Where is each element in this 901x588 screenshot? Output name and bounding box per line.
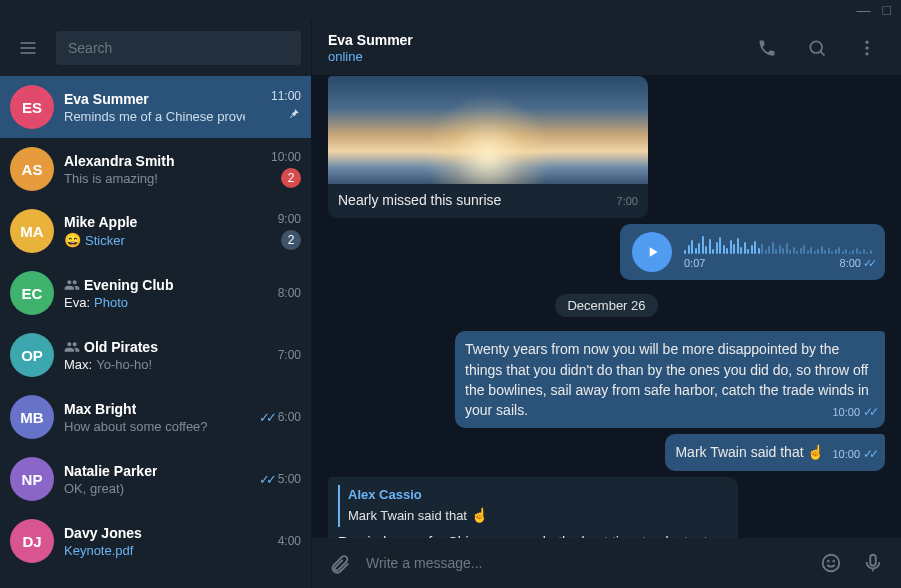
avatar: OP: [10, 333, 54, 377]
voice-waveform[interactable]: [684, 234, 873, 254]
message-time: 10:00: [832, 448, 860, 460]
photo-thumbnail[interactable]: [328, 76, 648, 184]
chat-time: 10:00: [271, 150, 301, 164]
chat-list-item[interactable]: NPNatalie ParkerOK, great)✓✓5:00: [0, 448, 311, 510]
chat-time: 7:00: [278, 348, 301, 362]
message-time: 10:00: [832, 406, 860, 418]
play-button[interactable]: [632, 232, 672, 272]
sidebar: ESEva SummerReminds me of a Chinese prov…: [0, 20, 312, 588]
avatar: DJ: [10, 519, 54, 563]
avatar: MA: [10, 209, 54, 253]
call-button[interactable]: [749, 30, 785, 66]
read-ticks-icon: ✓✓: [863, 405, 875, 419]
group-icon: [64, 277, 80, 293]
chat-title[interactable]: Eva Summer: [328, 32, 735, 48]
chat-list-item[interactable]: MAMike Apple😄Sticker9:002: [0, 200, 311, 262]
svg-point-8: [823, 555, 840, 572]
chat-name: Alexandra Smith: [64, 153, 174, 169]
chat-list-item[interactable]: OPOld PiratesMax: Yo-ho-ho!7:00: [0, 324, 311, 386]
chat-preview: 😄Sticker: [64, 232, 245, 248]
attach-button[interactable]: [324, 547, 356, 579]
reply-author: Alex Cassio: [348, 486, 728, 505]
emoji-button[interactable]: [815, 547, 847, 579]
pin-icon: [287, 107, 301, 125]
chat-name: Natalie Parker: [64, 463, 157, 479]
chat-preview: Max: Yo-ho-ho!: [64, 357, 245, 372]
titlebar: — □: [0, 0, 901, 20]
chat-list-item[interactable]: DJDavy JonesKeynote.pdf4:00: [0, 510, 311, 572]
pointing-up-icon: ☝️: [807, 444, 824, 460]
message-time: 7:00: [617, 194, 638, 210]
chat-preview: This is amazing!: [64, 171, 245, 186]
chat-time: 6:00: [278, 410, 301, 424]
chat-time: 11:00: [271, 89, 301, 103]
chat-list-item[interactable]: ECEvening ClubEva: Photo8:00: [0, 262, 311, 324]
reply-quote[interactable]: Alex Cassio Mark Twain said that ☝️: [338, 485, 728, 528]
chat-name: Mike Apple: [64, 214, 137, 230]
svg-point-9: [828, 561, 829, 562]
message-reply[interactable]: Alex Cassio Mark Twain said that ☝️ Remi…: [328, 477, 738, 538]
message-voice[interactable]: 0:07 8:00✓✓: [620, 224, 885, 280]
conversation-pane: Eva Summer online: [312, 20, 901, 588]
svg-point-10: [833, 561, 834, 562]
search-input[interactable]: [68, 40, 289, 56]
unread-badge: 2: [281, 168, 301, 188]
group-icon: [64, 339, 80, 355]
avatar: ES: [10, 85, 54, 129]
chat-time: 8:00: [278, 286, 301, 300]
message-text[interactable]: Twenty years from now you will be more d…: [455, 331, 885, 428]
search-in-chat-button[interactable]: [799, 30, 835, 66]
photo-caption-text: Nearly missed this sunrise: [338, 190, 501, 210]
chat-name: Old Pirates: [84, 339, 158, 355]
avatar: NP: [10, 457, 54, 501]
maximize-button[interactable]: □: [883, 2, 891, 18]
message-input[interactable]: [366, 555, 805, 571]
chat-list[interactable]: ESEva SummerReminds me of a Chinese prov…: [0, 76, 311, 588]
more-button[interactable]: [849, 30, 885, 66]
menu-button[interactable]: [10, 30, 46, 66]
chat-list-item[interactable]: MBMax BrightHow about some coffee?✓✓6:00: [0, 386, 311, 448]
chat-list-item[interactable]: ESEva SummerReminds me of a Chinese prov…: [0, 76, 311, 138]
avatar: AS: [10, 147, 54, 191]
chat-header: Eva Summer online: [312, 20, 901, 76]
chat-time: 5:00: [278, 472, 301, 486]
read-ticks-icon: ✓✓: [863, 447, 875, 461]
voice-record-button[interactable]: [857, 547, 889, 579]
chat-time: 4:00: [278, 534, 301, 548]
read-ticks-icon: ✓✓: [863, 257, 873, 269]
chat-preview: Eva: Photo: [64, 295, 245, 310]
message-text[interactable]: Mark Twain said that ☝️ 10:00✓✓: [665, 434, 885, 470]
chat-name: Evening Club: [84, 277, 173, 293]
chat-time: 9:00: [278, 212, 301, 226]
messages[interactable]: Nearly missed this sunrise 7:00: [312, 76, 901, 538]
avatar: EC: [10, 271, 54, 315]
search-box[interactable]: [56, 31, 301, 65]
chat-list-item[interactable]: ASAlexandra SmithThis is amazing!10:002: [0, 138, 311, 200]
message-photo[interactable]: Nearly missed this sunrise 7:00: [328, 76, 648, 218]
svg-line-4: [820, 51, 824, 55]
message-body: Mark Twain said that: [675, 444, 803, 460]
avatar: MB: [10, 395, 54, 439]
read-ticks-icon: ✓✓: [259, 410, 273, 425]
chat-preview: Keynote.pdf: [64, 543, 245, 558]
message-time: 8:00: [840, 257, 861, 269]
message-body: Reminds me of a Chinese proverb: the bes…: [338, 534, 728, 538]
chat-preview: Reminds me of a Chinese proverb…: [64, 109, 245, 124]
chat-name: Eva Summer: [64, 91, 149, 107]
svg-rect-11: [870, 555, 876, 566]
chat-name: Max Bright: [64, 401, 136, 417]
chat-status: online: [328, 49, 735, 64]
read-ticks-icon: ✓✓: [259, 472, 273, 487]
minimize-button[interactable]: —: [857, 2, 871, 18]
unread-badge: 2: [281, 230, 301, 250]
message-body: Twenty years from now you will be more d…: [465, 341, 869, 418]
svg-point-3: [810, 41, 822, 53]
svg-point-7: [865, 52, 868, 55]
svg-point-6: [865, 46, 868, 49]
reply-quoted-text: Mark Twain said that: [348, 508, 467, 523]
pointing-up-icon: ☝️: [467, 507, 488, 523]
date-separator: December 26: [555, 294, 657, 317]
chat-preview: OK, great): [64, 481, 245, 496]
voice-elapsed: 0:07: [684, 257, 705, 270]
composer: [312, 538, 901, 588]
